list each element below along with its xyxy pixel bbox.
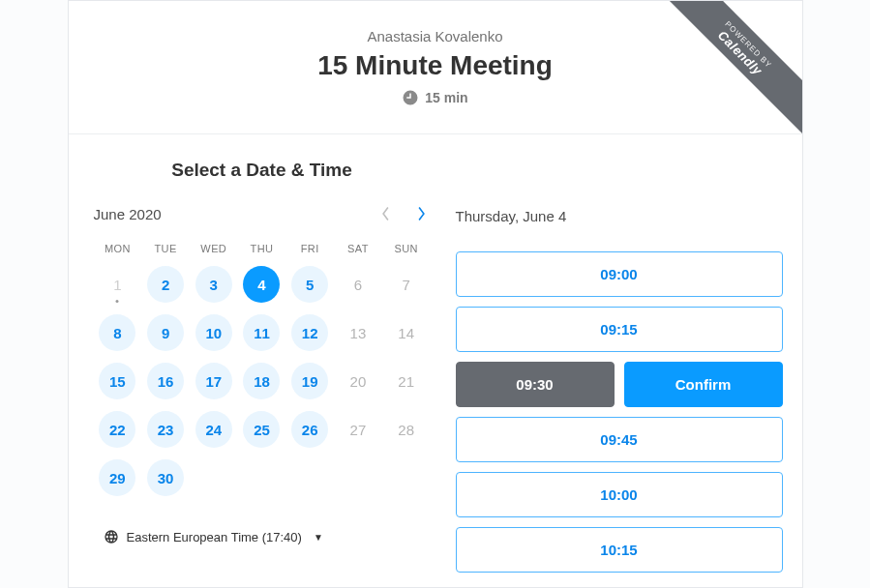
weekday-label: THU	[238, 243, 286, 254]
timeslot: 09:00	[456, 251, 783, 297]
ribbon-line1: POWERED BY	[655, 1, 801, 137]
weekday-label: FRI	[285, 243, 334, 254]
chevron-left-icon	[380, 206, 391, 221]
calendar-day[interactable]: 5	[291, 266, 328, 303]
calendar-week: 22232425262728	[94, 409, 431, 450]
calendar-day-cell: 24	[190, 409, 238, 450]
weekday-label: SUN	[382, 243, 431, 254]
selected-date-label: Thursday, June 4	[456, 208, 783, 224]
calendar-day[interactable]: 3	[195, 266, 232, 303]
calendar-day: 7	[388, 266, 425, 303]
calendar-day-cell: 7	[382, 264, 431, 305]
calendar-day[interactable]: 8	[99, 314, 135, 351]
calendar-day[interactable]: 29	[99, 459, 135, 496]
calendar-day-cell: 21	[382, 361, 431, 401]
powered-by-ribbon[interactable]: POWERED BY Calendly	[609, 1, 802, 194]
timeslot: 09:45	[456, 417, 783, 462]
calendar-day-cell	[190, 457, 238, 498]
calendar-grid: 1234567891011121314151617181920212223242…	[94, 264, 431, 498]
timeslot-button[interactable]: 09:45	[456, 417, 783, 462]
calendar-day[interactable]: 19	[291, 363, 328, 399]
calendar-day-cell: 14	[382, 312, 431, 353]
calendar-panel: Select a Date & Time June 2020 MONTUEWED…	[88, 160, 436, 573]
timeslot-button[interactable]: 09:30	[456, 362, 615, 407]
month-label: June 2020	[94, 206, 162, 222]
calendar-day[interactable]: 16	[147, 363, 184, 399]
calendar-day[interactable]: 12	[291, 314, 328, 351]
calendar-day-cell: 26	[285, 409, 334, 450]
calendar-day[interactable]: 2	[147, 266, 184, 303]
calendar-day-cell: 1	[94, 264, 142, 305]
calendar-day: 21	[388, 363, 425, 399]
timezone-selector[interactable]: Eastern European Time (17:40) ▼	[94, 529, 323, 544]
calendar-day: 20	[340, 363, 376, 399]
timeslot: 09:30Confirm	[456, 362, 783, 407]
calendar-day-cell	[382, 457, 431, 498]
calendar-day[interactable]: 11	[243, 314, 280, 351]
calendar-day-cell: 13	[334, 312, 382, 353]
calendar-day-cell: 30	[141, 457, 190, 498]
duration-text: 15 min	[425, 90, 467, 105]
calendar-day-cell: 6	[334, 264, 382, 305]
chevron-right-icon	[416, 206, 427, 221]
calendar-day-cell: 10	[190, 312, 238, 353]
calendar-day-cell: 17	[190, 361, 238, 401]
calendar-day-cell: 12	[285, 312, 334, 353]
calendar-day[interactable]: 10	[195, 314, 232, 351]
timeslot-panel: Thursday, June 4 09:0009:1509:30Confirm0…	[436, 160, 783, 573]
calendar-week: 15161718192021	[94, 361, 431, 401]
calendar-day-cell: 9	[141, 312, 190, 353]
timeslot-button[interactable]: 10:00	[456, 472, 783, 517]
calendar-day: 6	[340, 266, 376, 303]
calendar-day-cell	[334, 457, 382, 498]
calendar-day-cell: 8	[94, 312, 142, 353]
body: Select a Date & Time June 2020 MONTUEWED…	[69, 134, 802, 573]
calendar-day-cell: 4	[238, 264, 286, 305]
section-title: Select a Date & Time	[94, 160, 431, 181]
calendar-week: 1234567	[94, 264, 431, 305]
weekday-header: MONTUEWEDTHUFRISATSUN	[94, 243, 431, 254]
calendar-day-cell: 11	[238, 312, 286, 353]
globe-icon	[104, 529, 119, 544]
scheduling-widget: POWERED BY Calendly Anastasia Kovalenko …	[68, 0, 803, 588]
calendar-day-cell: 25	[238, 409, 286, 450]
confirm-button[interactable]: Confirm	[624, 362, 783, 407]
timeslot-button[interactable]: 10:15	[456, 527, 783, 573]
calendar-day[interactable]: 4	[243, 266, 280, 303]
calendar-day[interactable]: 26	[291, 411, 328, 448]
timeslot-button[interactable]: 09:15	[456, 307, 783, 352]
caret-down-icon: ▼	[314, 532, 323, 543]
weekday-label: SAT	[334, 243, 382, 254]
prev-month-button[interactable]	[376, 202, 395, 225]
today-indicator	[116, 300, 119, 303]
timezone-label: Eastern European Time (17:40)	[127, 530, 302, 544]
calendar-day: 28	[388, 411, 425, 448]
calendar-day[interactable]: 23	[147, 411, 184, 448]
timeslot: 10:15	[456, 527, 783, 573]
calendar-day[interactable]: 30	[147, 459, 184, 496]
clock-icon	[402, 89, 419, 106]
calendar-day-cell: 20	[334, 361, 382, 401]
calendar-day-cell	[285, 457, 334, 498]
timeslot-button[interactable]: 09:00	[456, 251, 783, 297]
calendar-day[interactable]: 18	[243, 363, 280, 399]
calendar-day: 27	[340, 411, 376, 448]
calendar-day-cell	[238, 457, 286, 498]
timeslot: 09:15	[456, 307, 783, 352]
calendar-day-cell: 18	[238, 361, 286, 401]
calendar-day: 13	[340, 314, 376, 351]
calendar-day[interactable]: 25	[243, 411, 280, 448]
calendar-day[interactable]: 15	[99, 363, 135, 399]
timeslot-list: 09:0009:1509:30Confirm09:4510:0010:15	[456, 251, 783, 573]
calendar-day[interactable]: 24	[195, 411, 232, 448]
calendar-day-cell: 28	[382, 409, 431, 450]
calendar-day-cell: 3	[190, 264, 238, 305]
month-nav: June 2020	[94, 202, 431, 225]
next-month-button[interactable]	[412, 202, 431, 225]
timeslot: 10:00	[456, 472, 783, 517]
weekday-label: MON	[94, 243, 142, 254]
calendar-day[interactable]: 22	[99, 411, 135, 448]
calendar-day[interactable]: 9	[147, 314, 184, 351]
calendar-day-cell: 5	[285, 264, 334, 305]
calendar-day[interactable]: 17	[195, 363, 232, 399]
